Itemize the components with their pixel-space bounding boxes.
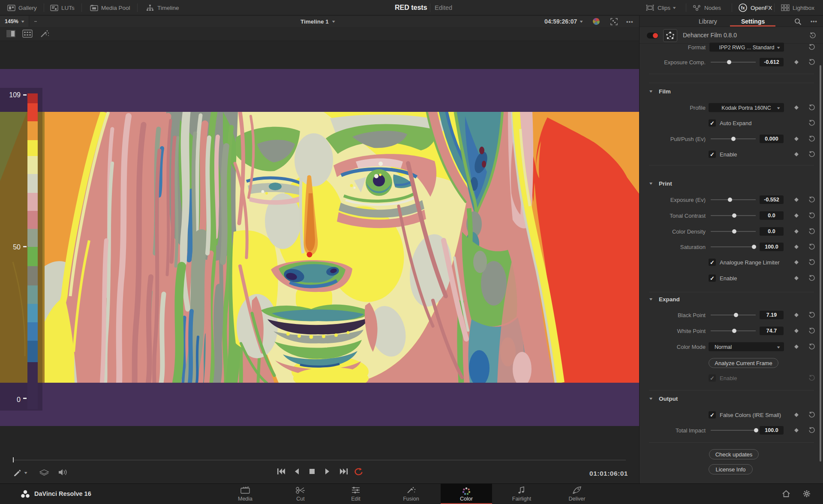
svg-text:fx: fx (741, 6, 745, 10)
